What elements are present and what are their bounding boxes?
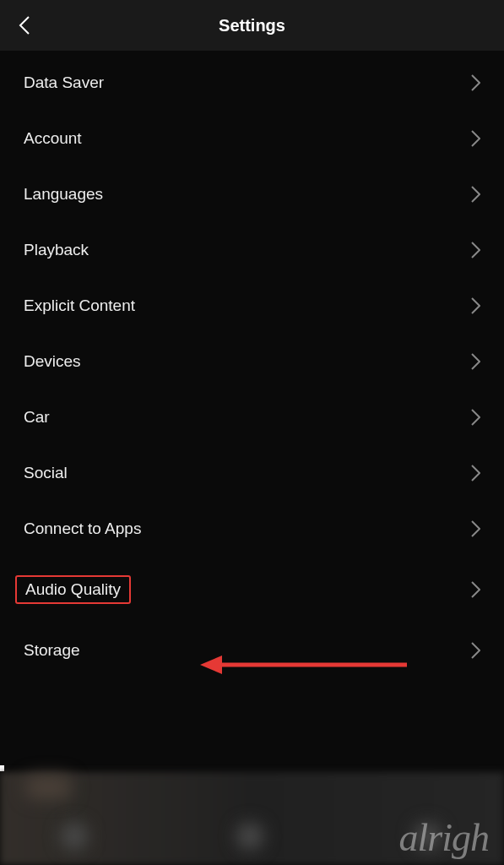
bottom-blur-overlay bbox=[0, 772, 504, 865]
settings-item-label: Social bbox=[24, 464, 68, 482]
chevron-right-icon bbox=[471, 242, 480, 258]
blur-element bbox=[25, 775, 72, 799]
settings-item-label: Account bbox=[24, 129, 82, 148]
settings-header: Settings bbox=[0, 0, 504, 51]
blur-element bbox=[236, 823, 263, 850]
settings-item-connect-to-apps[interactable]: Connect to Apps bbox=[0, 501, 504, 557]
settings-item-label: Audio Quality bbox=[15, 575, 131, 604]
settings-item-account[interactable]: Account bbox=[0, 111, 504, 166]
settings-item-storage[interactable]: Storage bbox=[0, 623, 504, 678]
chevron-right-icon bbox=[471, 642, 480, 659]
settings-item-label: Devices bbox=[24, 352, 81, 371]
blur-element bbox=[61, 823, 88, 850]
back-button[interactable] bbox=[17, 14, 32, 36]
settings-item-playback[interactable]: Playback bbox=[0, 222, 504, 278]
settings-item-label: Connect to Apps bbox=[24, 520, 141, 538]
settings-item-label: Explicit Content bbox=[24, 296, 135, 315]
settings-item-social[interactable]: Social bbox=[0, 445, 504, 501]
settings-item-audio-quality[interactable]: Audio Quality bbox=[0, 557, 504, 623]
settings-list: Data Saver Account Languages Playback Ex… bbox=[0, 51, 504, 678]
chevron-right-icon bbox=[471, 581, 480, 598]
settings-item-label: Storage bbox=[24, 641, 80, 660]
settings-item-label: Car bbox=[24, 408, 50, 427]
chevron-right-icon bbox=[471, 297, 480, 314]
settings-item-explicit-content[interactable]: Explicit Content bbox=[0, 278, 504, 334]
settings-item-devices[interactable]: Devices bbox=[0, 334, 504, 389]
cursor-indicator bbox=[0, 765, 4, 771]
chevron-right-icon bbox=[471, 186, 480, 203]
chevron-right-icon bbox=[471, 465, 480, 481]
settings-item-languages[interactable]: Languages bbox=[0, 166, 504, 222]
settings-item-car[interactable]: Car bbox=[0, 389, 504, 445]
settings-item-data-saver[interactable]: Data Saver bbox=[0, 55, 504, 111]
chevron-right-icon bbox=[471, 74, 480, 91]
blur-element bbox=[414, 823, 441, 850]
chevron-right-icon bbox=[471, 130, 480, 147]
chevron-right-icon bbox=[471, 409, 480, 426]
settings-item-label: Languages bbox=[24, 185, 103, 204]
settings-item-label: Data Saver bbox=[24, 73, 104, 92]
settings-item-label: Playback bbox=[24, 241, 89, 259]
page-title: Settings bbox=[219, 16, 285, 35]
chevron-right-icon bbox=[471, 520, 480, 537]
chevron-right-icon bbox=[471, 353, 480, 370]
